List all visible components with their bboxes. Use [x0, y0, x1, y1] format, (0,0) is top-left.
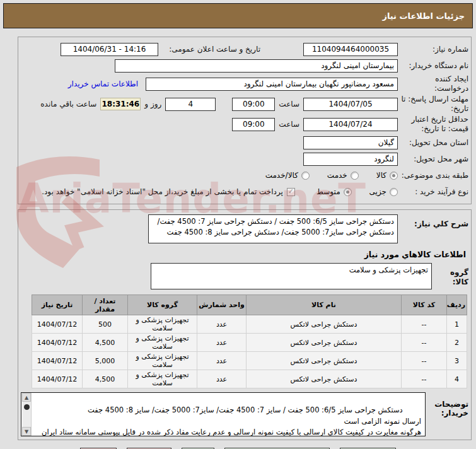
buyer-name-field[interactable]: بیمارستان امینی لنگرود [115, 59, 398, 73]
remaining-days-field[interactable]: 4 [165, 98, 216, 111]
table-header-cell: نام کالا [247, 295, 402, 315]
table-cell: دستکش جراحی لاتکس [247, 370, 402, 388]
table-cell: -- [402, 370, 447, 388]
remaining-time-label: ساعت باقي مانده [40, 100, 96, 108]
radio-goods-service-label: کالا/خدمت [265, 171, 298, 180]
table-header-cell: گروه کالا [128, 295, 197, 315]
notes-scrollbar[interactable]: ▲ ▼ [21, 393, 32, 436]
row-delivery-city: شهر محل تحویل: لنگرود [21, 151, 468, 166]
table-cell: دستکش جراحی لاتکس [247, 315, 402, 334]
radio-medium[interactable] [344, 188, 352, 196]
overall-description-field[interactable]: دستکش جراحی سایز 6/5: 500 جفت / دستکش جر… [148, 214, 398, 243]
page-title: جزئیات اطلاعات نیاز [382, 11, 465, 21]
row-request-creator: ایجاد کننده درخواست: مسعود رمضانپور نگهب… [21, 74, 468, 93]
row-subject-class: طبقه بندی موضوعی: کالا خدمت کالا/خدمت [21, 168, 468, 183]
table-cell: 1404/07/12 [32, 352, 83, 370]
table-cell: عدد [197, 334, 247, 352]
table-cell: 2 [447, 334, 467, 352]
price-validity-label: حداقل تاریخ اعتبار قیمت: تا تاریخ: [398, 115, 468, 134]
table-cell: دستکش جراحی لاتکس [247, 352, 402, 370]
radio-minor[interactable] [390, 188, 398, 196]
row-reply-deadline: مهلت ارسال پاسخ: تا تاریخ: 1404/07/05 سا… [21, 95, 468, 114]
table-cell: -- [402, 315, 447, 334]
table-cell: عدد [197, 370, 247, 388]
table-cell: تجهیزات پزشکی و سلامت [128, 315, 197, 334]
delivery-province-label: استان محل تحویل: [398, 138, 468, 148]
table-cell: دستکش جراحی لاتکس [247, 334, 402, 352]
goods-table-header-row: ردیفکد کالانام کالاواحد شمارشگروه کالاتع… [32, 295, 467, 315]
table-cell: 1404/07/12 [32, 334, 83, 352]
need-number-field[interactable]: 1104094464000035 [303, 43, 398, 56]
page-title-bar: جزئیات اطلاعات نیاز [3, 3, 473, 28]
table-cell: 1 [447, 315, 467, 334]
goods-table: ردیفکد کالانام کالاواحد شمارشگروه کالاتع… [32, 294, 467, 388]
buyer-contact-link[interactable]: اطلاعات تماس خریدار [68, 79, 138, 88]
need-number-label: شماره نیاز: [398, 45, 468, 54]
table-header-cell: تعداد / مقدار [83, 295, 128, 315]
subject-class-label: طبقه بندی موضوعی: [398, 171, 468, 180]
radio-service[interactable] [351, 172, 359, 180]
buyer-notes-field[interactable]: دستکش جراحی سایز 6/5: 500 جفت / سایز 7: … [21, 392, 426, 436]
overall-description-label: شرح کلي نیاز: [398, 214, 468, 229]
purchase-process-label: نوع فرآیند خرید : [398, 187, 468, 197]
table-cell: 4 [447, 370, 467, 388]
delivery-city-field[interactable]: لنگرود [303, 153, 398, 166]
reply-deadline-date-field[interactable]: 1404/07/05 [303, 98, 398, 111]
price-validity-time-field[interactable]: 09:00 [232, 118, 275, 131]
table-cell: عدد [197, 352, 247, 370]
price-validity-hour-label: ساعت [279, 120, 299, 129]
table-row: 1--دستکش جراحی لاتکسعددتجهیزات پزشکی و س… [32, 315, 467, 334]
table-cell: تجهیزات پزشکی و سلامت [128, 370, 197, 388]
goods-group-field[interactable]: تجهیزات پزشکی و سلامت [151, 263, 432, 289]
table-header-cell: واحد شمارش [197, 295, 247, 315]
table-cell: تجهیزات پزشکی و سلامت [128, 352, 197, 370]
reply-deadline-label: مهلت ارسال پاسخ: تا تاریخ: [398, 95, 468, 114]
request-creator-label: ایجاد کننده درخواست: [398, 74, 468, 93]
buyer-name-label: نام دستگاه خریدار: [398, 61, 468, 71]
need-details-page: جزئیات اطلاعات نیاز شماره نیاز: 11040944… [0, 0, 476, 449]
table-row: 4--دستکش جراحی لاتکسعددتجهیزات پزشکی و س… [32, 370, 467, 388]
remaining-time-countdown: 18:31:46 [100, 98, 141, 110]
radio-goods-label: کالا [376, 171, 386, 180]
row-need-number: شماره نیاز: 1104094464000035 تاریخ و ساع… [21, 42, 468, 57]
row-buyer-notes: توضیحات خریدار: دستکش جراحی سایز 6/5: 50… [21, 392, 468, 436]
table-cell: 5,000 [83, 352, 128, 370]
row-overall-description: شرح کلي نیاز: دستکش جراحی سایز 6/5: 500 … [21, 214, 468, 243]
price-validity-date-field[interactable]: 1404/07/24 [303, 118, 398, 131]
reply-deadline-time-field[interactable]: 09:00 [232, 98, 275, 111]
buyer-notes-text: دستکش جراحی سایز 6/5: 500 جفت / سایز 7: … [39, 405, 421, 436]
scroll-down-icon[interactable]: ▼ [22, 427, 31, 436]
treasury-docs-label: پرداخت تمام یا بخشی از مبلغ خرید،از محل … [42, 187, 283, 196]
treasury-docs-checkbox[interactable] [287, 188, 295, 196]
table-cell: 3 [447, 352, 467, 370]
row-buyer-name: نام دستگاه خریدار: بیمارستان امینی لنگرو… [21, 58, 468, 73]
announce-datetime-field[interactable]: 1404/06/31 - 14:16 [61, 43, 158, 56]
table-header-cell: کد کالا [402, 295, 447, 315]
table-cell: 4,500 [83, 334, 128, 352]
table-row: 2--دستکش جراحی لاتکسعددتجهیزات پزشکی و س… [32, 334, 467, 352]
remaining-days-label: روز و [144, 100, 161, 108]
scroll-thumb[interactable] [24, 404, 30, 410]
goods-info-heading: اطلاعات کالاهاي مورد نیاز [21, 250, 466, 259]
radio-service-label: خدمت [327, 171, 347, 180]
radio-goods-service[interactable] [301, 172, 310, 180]
scroll-up-icon[interactable]: ▲ [22, 393, 31, 402]
table-cell: 4,500 [83, 370, 128, 388]
table-cell: عدد [197, 315, 247, 334]
table-cell: 500 [83, 315, 128, 334]
row-goods-group: گروه کالا: تجهیزات پزشکی و سلامت [21, 263, 468, 289]
buyer-notes-label: توضیحات خریدار: [426, 392, 468, 417]
request-creator-field[interactable]: مسعود رمضانپور نگهبان بیمارستان امینی لن… [146, 78, 398, 91]
row-purchase-process: نوع فرآیند خرید : جزیی متوسط پرداخت تمام… [21, 184, 468, 199]
goods-groupbox: شرح کلي نیاز: دستکش جراحی سایز 6/5: 500 … [18, 209, 472, 440]
announce-datetime-label: تاریخ و ساعت اعلان عمومی: [165, 45, 260, 54]
delivery-province-field[interactable]: گیلان [303, 136, 398, 149]
row-price-validity: حداقل تاریخ اعتبار قیمت: تا تاریخ: 1404/… [21, 115, 468, 134]
table-cell: تجهیزات پزشکی و سلامت [128, 334, 197, 352]
goods-group-label: گروه کالا: [432, 263, 468, 287]
radio-minor-label: جزیی [369, 187, 386, 196]
radio-goods[interactable] [390, 172, 398, 180]
reply-deadline-hour-label: ساعت [279, 100, 299, 108]
goods-table-body: 1--دستکش جراحی لاتکسعددتجهیزات پزشکی و س… [32, 315, 467, 388]
delivery-city-label: شهر محل تحویل: [398, 155, 468, 164]
